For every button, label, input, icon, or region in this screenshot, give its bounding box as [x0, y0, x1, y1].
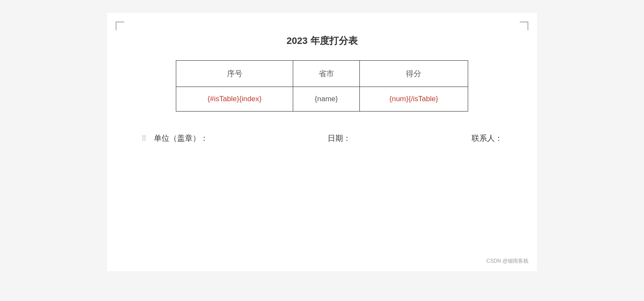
- page-title: 2023 年度打分表: [133, 34, 511, 47]
- table-row: {#isTable}{index} {name} {num}{/isTable}: [176, 87, 468, 112]
- drag-handle-icon[interactable]: ⠿: [141, 134, 147, 143]
- footer-unit-label: 单位（盖章）：: [154, 133, 285, 143]
- footer-date-label: 日期：: [285, 133, 393, 143]
- corner-marker-top-left: [116, 22, 124, 30]
- csdn-watermark: CSDN @烟雨客栈: [486, 258, 528, 265]
- corner-marker-top-right: [520, 22, 528, 30]
- cell-score: {num}{/isTable}: [359, 87, 468, 112]
- table-header-row: 序号 省市 得分: [176, 61, 468, 87]
- footer-row: ⠿ 单位（盖章）： 日期： 联系人：: [133, 133, 511, 143]
- cell-index: {#isTable}{index}: [176, 87, 293, 112]
- header-col-score: 得分: [359, 61, 468, 87]
- header-col-province: 省市: [293, 61, 360, 87]
- header-col-index: 序号: [176, 61, 293, 87]
- cell-name: {name}: [293, 87, 360, 112]
- page-container: 2023 年度打分表 序号 省市 得分 {#isTable}{index} {n…: [107, 13, 537, 271]
- score-table: 序号 省市 得分 {#isTable}{index} {name} {num}{…: [176, 60, 468, 112]
- footer-contact-label: 联系人：: [394, 133, 503, 143]
